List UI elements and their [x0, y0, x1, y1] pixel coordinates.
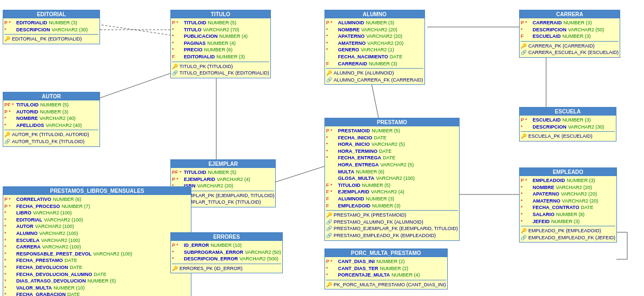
col-field-name: EJEMPLARID	[338, 189, 369, 196]
col-key: *	[4, 257, 16, 264]
col-field-name: TITULO	[184, 26, 202, 33]
table-row: P *FECHA_PROCESONUMBER (7)	[4, 203, 190, 210]
col-key: *	[172, 26, 184, 33]
table-row: PF *TITULOIDNUMBER (5)	[172, 169, 274, 176]
table-row: *PAGINASNUMBER (4)	[172, 40, 269, 47]
table-row: *RESPONSABLE_PREST_DEVOLVARCHAR2 (100)	[4, 251, 190, 258]
footer-row: 🔑AUTOR_PK (TITULOID, AUTORID)	[4, 131, 98, 138]
footer-row: 🔗TITULO_EDITORIAL_FK (EDITORIALID)	[172, 70, 269, 77]
col-key: *	[521, 124, 533, 131]
col-field-type: NUMBER (3)	[562, 33, 591, 40]
footer-text: PRESTAMO_PK (PRESTAMOID)	[334, 212, 406, 219]
footer-row: 🔗AUTOR_TITULO_FK (TITULOID)	[4, 138, 98, 145]
col-field-type: VARCHAR2 (5)	[381, 162, 414, 169]
col-field-name: HORA_ENTREGA	[338, 162, 379, 169]
table-body-escuela: P *ESCUELAIDNUMBER (3)*DESCRIPCIONVARCHA…	[520, 116, 616, 141]
col-field-name: GENERO	[338, 46, 359, 53]
table-body-empleado: P *EMPLEADOIDNUMBER (3)*NOMBREVARCHAR2 (…	[520, 176, 616, 242]
footer-icon: 🔗	[172, 70, 180, 77]
col-field-type: DATE	[374, 134, 387, 142]
col-key: *	[4, 210, 16, 217]
col-field-type: VARCHAR2 (100)	[42, 244, 81, 251]
col-field-name: HORA_TERMINO	[338, 148, 377, 155]
table-row: *DESCRIPCION_ERRORVARCHAR2 (500)	[172, 255, 281, 263]
table-row: PF *TITULOIDNUMBER (5)	[4, 102, 98, 109]
col-key: *	[4, 251, 16, 258]
footer-text: PK_PORC_MULTA_PRESTAMO (CANT_DIAS_INI)	[334, 281, 446, 288]
col-field-name: TITULOID	[184, 19, 207, 26]
col-field-type: VARCHAR2 (4)	[217, 176, 250, 183]
table-row: P *ALUMNOIDNUMBER (3)	[326, 19, 423, 26]
footer-icon: 🔑	[326, 212, 334, 219]
table-header-empleado: EMPLEADO	[520, 168, 616, 176]
col-field-name: EDITORIAL	[16, 217, 42, 224]
col-field-name: SUBPROGRAMA_ERROR	[184, 249, 243, 256]
col-field-name: RESPONSABLE_PREST_DEVOL	[16, 251, 92, 258]
col-key: F	[326, 203, 338, 210]
table-row: *FECHA_GRABACIONDATE	[4, 291, 190, 296]
col-key: *	[4, 230, 16, 237]
col-key: *	[326, 134, 338, 142]
col-field-name: AMATERNO	[338, 40, 366, 47]
table-row: P *EMPLEADOIDNUMBER (3)	[521, 177, 615, 184]
col-key: *	[326, 141, 338, 148]
col-field-name: ALUMNO	[16, 230, 38, 237]
footer-icon: 🔑	[172, 265, 180, 272]
col-field-name: CANT_DIAS_INI	[338, 258, 375, 265]
col-key: P *	[4, 203, 16, 210]
col-key: *	[326, 265, 338, 272]
col-field-name: EMPLEADOID	[533, 177, 565, 184]
col-field-name: CARRERAID	[338, 60, 367, 68]
col-field-type: NUMBER (4)	[391, 272, 420, 279]
col-field-type: DATE	[581, 204, 593, 211]
col-field-name: PRESTAMOID	[338, 127, 370, 134]
col-key: *	[4, 26, 16, 33]
footer-icon: 🔑	[4, 131, 12, 138]
table-row: *GENEROVARCHAR2 (1)	[326, 46, 423, 53]
col-field-type: NUMBER (10)	[54, 285, 85, 292]
footer-text: EMPLEADO_EMPLEADO_FK (JEFEID)	[528, 234, 615, 241]
table-row: P *PRESTAMOIDNUMBER (5)	[326, 127, 458, 134]
col-field-type: NUMBER (2)	[376, 258, 405, 265]
col-field-name: ALUMNOID	[338, 196, 364, 203]
footer-row: 🔗PRESTAMO_EJEMPLAR_FK (EJEMPLARID, TITUL…	[326, 225, 458, 232]
col-key: *	[4, 223, 16, 230]
col-field-type: NUMBER (5)	[88, 278, 116, 285]
footer-row: 🔑CARRERA_PK (CARRERAID)	[521, 43, 619, 50]
table-row: P *ESCUELAIDNUMBER (3)	[521, 117, 615, 124]
col-field-name: FECHA_GRABACION	[16, 291, 66, 296]
col-field-type: NUMBER (5)	[362, 182, 391, 189]
table-header-ejemplar: EJEMPLAR	[171, 160, 275, 168]
col-field-type: VARCHAR2 (20)	[561, 191, 597, 198]
col-field-type: NUMBER (3)	[369, 60, 397, 68]
table-alumno: ALUMNOP *ALUMNOIDNUMBER (3)*NOMBREVARCHA…	[324, 10, 425, 85]
table-row: F *EJEMPLARIDVARCHAR2 (4)	[326, 189, 458, 196]
col-field-name: EDITORIALID	[16, 19, 47, 26]
col-key: *	[521, 184, 533, 191]
col-key: P *	[326, 127, 338, 134]
col-key: *	[4, 115, 16, 122]
footer-text: ALUMNO_CARRERA_FK (CARRERAID)	[334, 77, 423, 84]
footer-row: 🔗ALUMNO_CARRERA_FK (CARRERAID)	[326, 77, 423, 84]
footer-row: 🔑ESCUELA_PK (ESCUELAID)	[521, 133, 615, 140]
col-key: F *	[326, 182, 338, 189]
col-field-type: NUMBER (5)	[208, 19, 237, 26]
col-key: *	[521, 191, 533, 198]
footer-icon: 🔗	[4, 138, 12, 145]
table-body-errores: P *ID_ERRORNUMBER (10)*SUBPROGRAMA_ERROR…	[171, 241, 282, 273]
col-key: *	[172, 46, 184, 53]
col-key: P *	[521, 177, 533, 184]
table-row: *AMATERNOVARCHAR2 (20)	[326, 40, 423, 47]
table-row: *HORA_INICIOVARCHAR2 (5)	[326, 141, 458, 148]
col-field-name: JEFEID	[533, 218, 550, 225]
footer-row: 🔗EMPLEADO_EMPLEADO_FK (JEFEID)	[521, 234, 615, 241]
table-row: *AUTORVARCHAR2 (100)	[4, 223, 190, 230]
footer-text: AUTOR_TITULO_FK (TITULOID)	[12, 138, 84, 145]
table-autor: AUTORPF *TITULOIDNUMBER (5)P *AUTORIDNUM…	[3, 92, 100, 147]
footer-row: 🔗CARRERA_ESCUELA_FK (ESCUELAID)	[521, 49, 619, 56]
footer-text: TITULO_EDITORIAL_FK (EDITORIALID)	[180, 70, 269, 77]
table-row: *APELLIDOSVARCHAR2 (40)	[4, 122, 98, 129]
col-field-name: ESCUELAID	[533, 117, 561, 124]
footer-row: 🔑EDITORIAL_PK (EDITORIALID)	[4, 36, 98, 43]
col-field-type: NUMBER (7)	[62, 203, 90, 210]
